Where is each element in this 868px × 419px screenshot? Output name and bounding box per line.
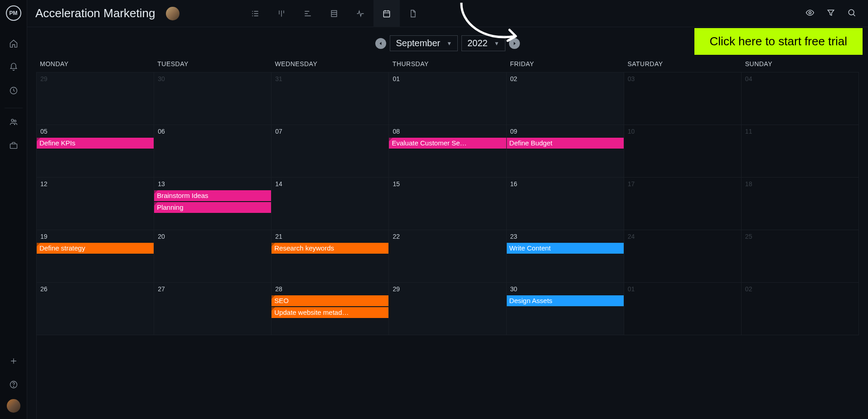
- calendar-cell[interactable]: 24: [624, 230, 742, 283]
- calendar-cell[interactable]: 05Define KPIs: [37, 125, 154, 178]
- calendar-cell[interactable]: 06: [154, 125, 272, 178]
- day-number: 04: [745, 75, 752, 82]
- visibility-icon[interactable]: [805, 8, 815, 19]
- day-number: 02: [510, 75, 518, 82]
- calendar-cell[interactable]: 12: [37, 178, 154, 230]
- project-title: Acceleration Marketing: [35, 6, 155, 20]
- calendar-cell[interactable]: 16: [507, 178, 624, 230]
- calendar-event[interactable]: Planning: [154, 202, 271, 213]
- day-number: 27: [158, 285, 165, 293]
- user-avatar[interactable]: [7, 399, 20, 413]
- calendar-cell[interactable]: 18: [742, 178, 859, 230]
- home-icon[interactable]: [5, 34, 23, 53]
- day-number: 03: [628, 75, 635, 82]
- day-number: 01: [393, 75, 400, 82]
- next-month-button[interactable]: [509, 38, 520, 49]
- list-view-tab[interactable]: [242, 0, 268, 27]
- day-number: 10: [628, 128, 635, 135]
- calendar-cell[interactable]: 29: [389, 283, 506, 335]
- calendar-cell[interactable]: 23Write Content: [507, 230, 624, 283]
- app-logo[interactable]: PM: [6, 5, 21, 21]
- calendar-cell[interactable]: 11: [742, 125, 859, 178]
- calendar-cell[interactable]: 15: [389, 178, 506, 230]
- day-number: 01: [628, 285, 635, 293]
- calendar-cell[interactable]: 08Evaluate Customer Se…: [389, 125, 506, 178]
- calendar-event[interactable]: Define KPIs: [37, 138, 154, 149]
- chevron-down-icon: ▼: [494, 40, 499, 47]
- calendar-event[interactable]: SEO: [272, 295, 388, 306]
- calendar-cell[interactable]: 25: [742, 230, 859, 283]
- year-selector[interactable]: 2022 ▼: [461, 35, 505, 51]
- day-number: 19: [40, 233, 48, 240]
- team-icon[interactable]: [5, 113, 23, 131]
- svg-rect-3: [10, 144, 17, 149]
- calendar-cell[interactable]: 19Define strategy: [37, 230, 154, 283]
- project-member-avatar[interactable]: [166, 7, 179, 20]
- calendar-view-tab[interactable]: [373, 0, 400, 27]
- plus-icon[interactable]: [5, 352, 23, 370]
- weekday-label: MONDAY: [36, 58, 154, 72]
- search-icon[interactable]: [847, 8, 856, 19]
- calendar-cell[interactable]: 20: [154, 230, 272, 283]
- calendar-cell[interactable]: 22: [389, 230, 506, 283]
- calendar-event[interactable]: Write Content: [507, 243, 624, 254]
- day-number: 15: [393, 180, 400, 188]
- calendar-cell[interactable]: 31: [272, 72, 389, 125]
- calendar-cell[interactable]: 30Design Assets: [507, 283, 624, 335]
- calendar-event[interactable]: Research keywords: [272, 243, 388, 254]
- activity-view-tab[interactable]: [347, 0, 373, 27]
- day-number: 06: [158, 128, 165, 135]
- calendar-cell[interactable]: 27: [154, 283, 272, 335]
- month-selector[interactable]: September ▼: [390, 35, 458, 51]
- svg-rect-6: [332, 10, 337, 16]
- calendar-event[interactable]: Update website metad…: [272, 307, 388, 318]
- calendar-event[interactable]: Define Budget: [507, 138, 624, 149]
- calendar-cell[interactable]: 26: [37, 283, 154, 335]
- sidebar-divider: [5, 108, 23, 108]
- prev-month-button[interactable]: [375, 38, 386, 49]
- calendar-event[interactable]: Design Assets: [507, 295, 624, 306]
- calendar-cell[interactable]: 04: [742, 72, 859, 125]
- calendar-cell[interactable]: 28SEOUpdate website metad…: [272, 283, 389, 335]
- day-number: 07: [275, 128, 282, 135]
- calendar-cell[interactable]: 01: [389, 72, 506, 125]
- svg-point-2: [14, 120, 16, 122]
- bell-icon[interactable]: [5, 58, 23, 76]
- day-number: 02: [745, 285, 752, 293]
- calendar-cell[interactable]: 03: [624, 72, 742, 125]
- year-label: 2022: [467, 38, 488, 48]
- calendar-cell[interactable]: 29: [37, 72, 154, 125]
- sheet-view-tab[interactable]: [321, 0, 347, 27]
- calendar-cell[interactable]: 02: [507, 72, 624, 125]
- view-tabs: [242, 0, 426, 27]
- calendar-cell[interactable]: 09Define Budget: [507, 125, 624, 178]
- calendar-cell[interactable]: 21Research keywords: [272, 230, 389, 283]
- briefcase-icon[interactable]: [5, 136, 23, 154]
- day-number: 11: [745, 128, 752, 135]
- calendar-cell[interactable]: 13Brainstorm IdeasPlanning: [154, 178, 272, 230]
- calendar-event[interactable]: Evaluate Customer Se…: [389, 138, 506, 149]
- svg-point-5: [13, 386, 14, 387]
- calendar-cell[interactable]: 07: [272, 125, 389, 178]
- calendar-cell[interactable]: 14: [272, 178, 389, 230]
- calendar-event[interactable]: Define strategy: [37, 243, 154, 254]
- calendar-cell[interactable]: 10: [624, 125, 742, 178]
- day-number: 25: [745, 233, 752, 240]
- help-icon[interactable]: [5, 376, 23, 394]
- filter-icon[interactable]: [826, 8, 835, 19]
- calendar-cell[interactable]: 01: [624, 283, 742, 335]
- day-number: 17: [628, 180, 635, 188]
- calendar-cell[interactable]: 17: [624, 178, 742, 230]
- clock-icon[interactable]: [5, 82, 23, 100]
- gantt-view-tab[interactable]: [295, 0, 321, 27]
- calendar-cell[interactable]: 30: [154, 72, 272, 125]
- board-view-tab[interactable]: [268, 0, 295, 27]
- files-view-tab[interactable]: [400, 0, 426, 27]
- calendar-cell[interactable]: 02: [742, 283, 859, 335]
- weekday-label: SATURDAY: [624, 58, 741, 72]
- month-label: September: [396, 38, 440, 48]
- calendar-event[interactable]: Brainstorm Ideas: [154, 190, 271, 201]
- free-trial-cta[interactable]: Click here to start free trial: [694, 28, 863, 55]
- day-number: 21: [275, 233, 282, 240]
- sidebar: PM: [0, 0, 27, 419]
